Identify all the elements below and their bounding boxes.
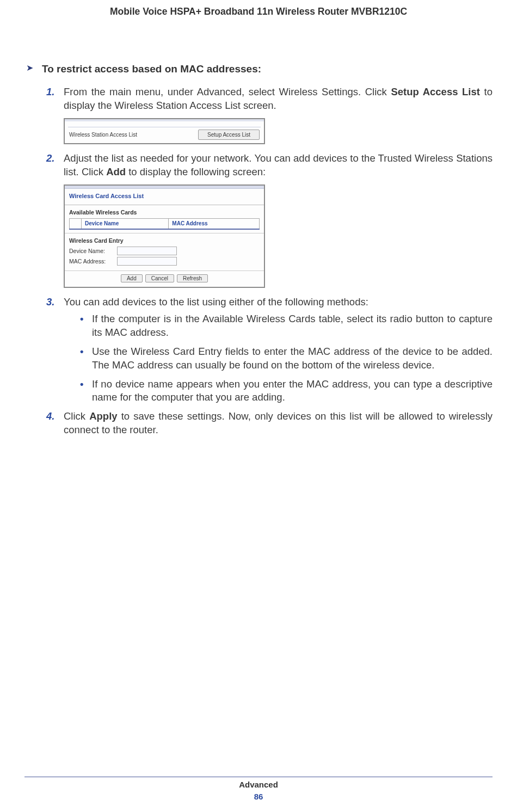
list-item: If no device name appears when you enter… xyxy=(80,378,493,405)
step-text: Click xyxy=(64,410,89,422)
figure-row: Wireless Station Access List Setup Acces… xyxy=(68,127,261,142)
figure-title: Wireless Card Access List xyxy=(65,189,264,205)
arrow-right-icon: ➤ xyxy=(24,62,34,74)
step-bold: Setup Access List xyxy=(391,86,480,97)
step-text: to display the following screen: xyxy=(126,166,266,177)
section-label: Wireless Card Entry xyxy=(69,237,260,244)
step-4: 4. Click Apply to save these settings. N… xyxy=(46,410,493,437)
refresh-button[interactable]: Refresh xyxy=(177,274,208,282)
device-name-input[interactable] xyxy=(117,247,177,255)
step-number: 3. xyxy=(46,296,54,309)
step-number: 1. xyxy=(46,85,54,99)
step-1: 1. From the main menu, under Advanced, s… xyxy=(46,85,493,144)
step-text: You can add devices to the list using ei… xyxy=(64,296,368,307)
device-name-row: Device Name: xyxy=(69,247,260,255)
step-2: 2. Adjust the list as needed for your ne… xyxy=(46,152,493,287)
figure-label: Wireless Station Access List xyxy=(69,131,137,139)
page-header: Mobile Voice HSPA+ Broadband 11n Wireles… xyxy=(0,0,517,19)
step-3: 3. You can add devices to the list using… xyxy=(46,296,493,405)
cancel-button[interactable]: Cancel xyxy=(145,274,174,282)
list-item: If the computer is in the Available Wire… xyxy=(80,312,493,340)
step-text: to save these settings. Now, only device… xyxy=(64,410,493,435)
procedure-title: To restrict access based on MAC addresse… xyxy=(42,62,261,76)
bullet-list: If the computer is in the Available Wire… xyxy=(64,312,493,405)
section-label: Available Wireless Cards xyxy=(69,208,260,216)
mac-address-label: MAC Address: xyxy=(69,257,113,265)
available-cards-table: Device Name MAC Address xyxy=(69,218,260,230)
table-header-row: Device Name MAC Address xyxy=(70,219,260,229)
content-area: ➤ To restrict access based on MAC addres… xyxy=(0,19,517,438)
footer-page-number: 86 xyxy=(0,791,517,802)
list-item: Use the Wireless Card Entry fields to en… xyxy=(80,345,493,372)
card-entry-section: Wireless Card Entry Device Name: MAC Add… xyxy=(65,233,264,270)
mac-address-header: MAC Address xyxy=(169,219,260,229)
procedure-heading: ➤ To restrict access based on MAC addres… xyxy=(24,62,493,76)
figure-access-list-bar: Wireless Station Access List Setup Acces… xyxy=(64,118,265,144)
footer-rule xyxy=(24,777,493,777)
steps-list: 1. From the main menu, under Advanced, s… xyxy=(24,85,493,437)
device-name-header: Device Name xyxy=(82,219,169,229)
figure-card-access-list: Wireless Card Access List Available Wire… xyxy=(64,184,265,288)
mac-address-row: MAC Address: xyxy=(69,257,260,266)
add-button[interactable]: Add xyxy=(121,274,143,282)
device-name-label: Device Name: xyxy=(69,247,113,255)
step-text: From the main menu, under Advanced, sele… xyxy=(64,86,391,97)
mac-address-input[interactable] xyxy=(117,257,177,266)
step-bold: Add xyxy=(106,166,126,177)
step-number: 4. xyxy=(46,410,54,423)
step-bold: Apply xyxy=(89,410,117,422)
step-number: 2. xyxy=(46,152,54,165)
available-cards-section: Available Wireless Cards Device Name MAC… xyxy=(65,205,264,233)
setup-access-list-button[interactable]: Setup Access List xyxy=(198,130,260,140)
radio-col-header xyxy=(70,219,82,229)
footer-section: Advanced xyxy=(0,779,517,790)
figure-button-row: Add Cancel Refresh xyxy=(65,270,264,287)
